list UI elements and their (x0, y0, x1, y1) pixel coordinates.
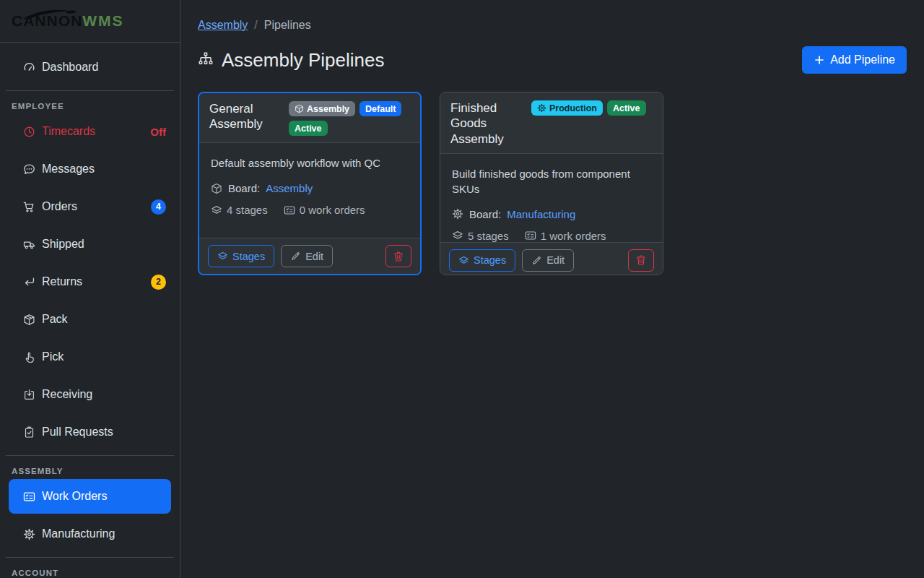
plus-icon (814, 54, 825, 66)
stages-stat-text: 4 stages (227, 204, 268, 216)
board-label: Board: (228, 182, 260, 194)
page-header: Assembly Pipelines Add Pipeline (198, 46, 907, 74)
orders-count-badge: 4 (151, 199, 166, 215)
stages-button-label: Stages (232, 251, 265, 262)
sidebar-nav: Dashboard EMPLOYEE Timecards Off Message… (0, 43, 180, 578)
pipeline-description: Default assembly workflow with QC (211, 155, 409, 171)
board-label: Board: (469, 208, 501, 220)
board-badge-label: Production (549, 103, 597, 113)
pipeline-card-header: Finished Goods Assembly Production Activ… (440, 92, 663, 154)
stages-button[interactable]: Stages (449, 249, 515, 272)
trash-icon (393, 251, 404, 262)
edit-button-label: Edit (546, 254, 565, 266)
divider (6, 90, 174, 91)
divider (6, 455, 174, 456)
brand-wordmark-secondary: WMS (82, 12, 123, 30)
delete-pipeline-button[interactable] (385, 245, 411, 267)
pipeline-card-footer: Stages Edit (199, 238, 420, 274)
cart-icon (23, 201, 35, 213)
truck-icon (23, 238, 35, 251)
layers-icon (217, 251, 228, 262)
add-pipeline-button[interactable]: Add Pipeline (802, 46, 907, 74)
sidebar-item-pack[interactable]: Pack (0, 301, 180, 338)
sidebar-item-manufacturing[interactable]: Manufacturing (0, 515, 180, 553)
breadcrumb: Assembly / Pipelines (198, 19, 907, 32)
sidebar-item-orders[interactable]: Orders 4 (0, 188, 180, 225)
breadcrumb-assembly-link[interactable]: Assembly (198, 19, 248, 32)
divider (6, 557, 174, 558)
speedometer-icon (23, 61, 35, 74)
work-orders-stat-text: 1 work orders (541, 230, 606, 242)
pipeline-card-finished-goods-assembly: Finished Goods Assembly Production Activ… (440, 92, 663, 275)
breadcrumb-separator: / (254, 19, 257, 32)
gear-icon (452, 208, 463, 220)
sidebar-item-label: Pull Requests (42, 426, 113, 439)
sidebar-item-pull-requests[interactable]: Pull Requests (0, 413, 180, 451)
board-badge-label: Assembly (307, 104, 349, 114)
edit-button-label: Edit (305, 251, 323, 262)
status-badge: Active (607, 100, 646, 116)
cannon-logo-icon (22, 7, 78, 22)
board-row: Board: Assembly (211, 182, 409, 194)
sidebar-item-work-orders[interactable]: Work Orders (9, 479, 171, 514)
sidebar-item-label: Pick (42, 350, 64, 363)
sidebar: CANNON WMS Dashboard EMPLOYEE Timecards … (0, 0, 180, 578)
sidebar-item-label: Manufacturing (42, 527, 115, 540)
sidebar-item-returns[interactable]: Returns 2 (0, 263, 180, 301)
gear-icon (23, 528, 35, 540)
section-header-assembly: ASSEMBLY (0, 460, 180, 478)
page-title: Assembly Pipelines (198, 49, 384, 72)
chat-dots-icon (23, 163, 35, 176)
box-seam-icon (23, 314, 35, 326)
status-badge: Active (289, 121, 328, 136)
layers-icon (458, 255, 469, 266)
sidebar-item-label: Returns (42, 275, 82, 288)
pipeline-badges: Production Active (531, 100, 653, 147)
pipeline-name: General Assembly (209, 101, 282, 136)
timecards-off-badge: Off (150, 126, 166, 138)
sidebar-item-label: Orders (42, 200, 77, 213)
app-logo[interactable]: CANNON WMS (0, 0, 180, 43)
clock-icon (23, 126, 35, 138)
pipeline-card-general-assembly: General Assembly Assembly Default Active… (198, 92, 422, 275)
page-title-text: Assembly Pipelines (222, 49, 384, 72)
sidebar-item-messages[interactable]: Messages (0, 150, 180, 188)
box-icon (295, 104, 304, 113)
board-row: Board: Manufacturing (452, 208, 651, 220)
return-arrow-icon (23, 276, 35, 288)
delete-pipeline-button[interactable] (628, 249, 654, 272)
diagram-icon (198, 52, 214, 68)
edit-button[interactable]: Edit (281, 245, 333, 267)
hand-index-icon (23, 351, 35, 363)
sidebar-item-label: Messages (42, 163, 95, 176)
pipeline-name: Finished Goods Assembly (450, 100, 524, 147)
edit-button[interactable]: Edit (522, 249, 574, 272)
card-text-icon (525, 230, 536, 241)
pipeline-description: Build finished goods from component SKUs (452, 166, 651, 197)
sidebar-item-receiving[interactable]: Receiving (0, 376, 180, 413)
stages-stat: 4 stages (211, 204, 268, 216)
sidebar-item-timecards[interactable]: Timecards Off (0, 113, 180, 150)
box-icon (211, 183, 222, 194)
board-link[interactable]: Assembly (266, 182, 313, 194)
trash-icon (635, 254, 647, 266)
sidebar-item-label: Work Orders (42, 490, 107, 503)
stages-stat: 5 stages (452, 230, 509, 242)
board-link[interactable]: Manufacturing (507, 208, 575, 220)
card-checklist-icon (23, 491, 35, 503)
pipeline-card-header: General Assembly Assembly Default Active (199, 93, 420, 143)
work-orders-stat-text: 0 work orders (300, 204, 365, 216)
stages-button[interactable]: Stages (208, 245, 274, 267)
pipeline-card-footer: Stages Edit (440, 242, 663, 275)
sidebar-item-dashboard[interactable]: Dashboard (0, 48, 180, 86)
sidebar-item-label: Pack (42, 313, 68, 326)
board-badge: Assembly (289, 101, 355, 116)
sidebar-item-shipped[interactable]: Shipped (0, 225, 180, 263)
pipeline-badges: Assembly Default Active (289, 101, 410, 136)
card-text-icon (284, 204, 295, 216)
stages-stat-text: 5 stages (468, 230, 509, 242)
sidebar-item-pick[interactable]: Pick (0, 338, 180, 376)
stages-button-label: Stages (474, 254, 506, 266)
sidebar-item-label: Receiving (42, 388, 92, 401)
gear-icon (537, 103, 546, 113)
